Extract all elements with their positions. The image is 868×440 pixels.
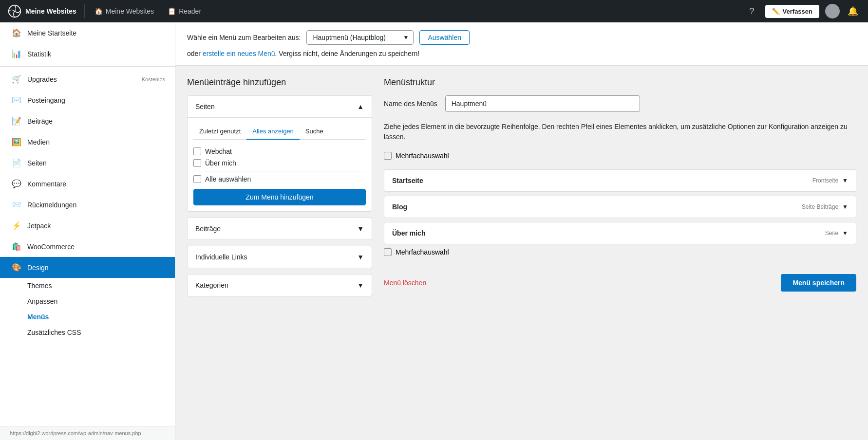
page-label-uebermich: Über mich bbox=[205, 159, 236, 167]
compose-button[interactable]: ✏️ Verfassen bbox=[765, 5, 819, 18]
accordion-beitraege-label: Beiträge bbox=[195, 225, 221, 233]
help-icon[interactable]: ? bbox=[745, 4, 759, 18]
sidebar-sub-themes[interactable]: Themes bbox=[0, 278, 175, 293]
right-section-title: Menüstruktur bbox=[384, 77, 856, 88]
right-panel: Menüstruktur Name des Menüs Ziehe jedes … bbox=[384, 77, 856, 302]
accordion-kategorien-header[interactable]: Kategorien ▼ bbox=[188, 275, 372, 296]
sidebar-item-medien[interactable]: 🖼️ Medien bbox=[0, 131, 175, 152]
jetpack-icon: ⚡ bbox=[12, 221, 21, 230]
sidebar-item-upgrades[interactable]: 🛒 Upgrades Kostenlos bbox=[0, 69, 175, 90]
add-to-menu-button[interactable]: Zum Menü hinzufügen bbox=[193, 189, 366, 205]
accordion-seiten-header[interactable]: Seiten ▲ bbox=[188, 96, 372, 117]
sidebar-item-seiten[interactable]: 📄 Seiten bbox=[0, 152, 175, 173]
chevron-down-icon-uebermich[interactable]: ▼ bbox=[842, 230, 848, 237]
page-checkbox-webchat[interactable] bbox=[193, 147, 201, 155]
left-panel: Menüeinträge hinzufügen Seiten ▲ Zuletzt… bbox=[187, 77, 372, 302]
topbar-logo[interactable]: Meine Websites bbox=[8, 4, 85, 18]
menu-bottom-row: Menü löschen Menü speichern bbox=[384, 266, 856, 292]
page-checkbox-uebermich[interactable] bbox=[193, 159, 201, 167]
chevron-down-icon-beitraege: ▼ bbox=[357, 225, 364, 233]
delete-menu-link[interactable]: Menü löschen bbox=[384, 279, 426, 287]
sidebar-footer-url: https://digbi2.wordpress.com/wp-admin/na… bbox=[0, 426, 175, 440]
menu-item-startseite-type: Frontseite bbox=[812, 177, 838, 184]
notifications-icon[interactable]: 🔔 bbox=[846, 4, 860, 18]
sidebar-item-design[interactable]: 🎨 Design bbox=[0, 257, 175, 278]
header-row1: Wähle ein Menü zum Bearbeiten aus: Haupt… bbox=[187, 30, 856, 45]
sidebar-sub-css[interactable]: Zusätzliches CSS bbox=[0, 325, 175, 340]
accordion-kategorien-label: Kategorien bbox=[195, 281, 228, 289]
select-all-label: Alle auswählen bbox=[205, 175, 251, 183]
main-content: Wähle ein Menü zum Bearbeiten aus: Haupt… bbox=[175, 22, 868, 440]
menu-item-blog: Blog Seite Beiträge ▼ bbox=[384, 196, 856, 218]
tab-zuletzt[interactable]: Zuletzt genutzt bbox=[193, 124, 246, 140]
chevron-down-icon-blog[interactable]: ▼ bbox=[842, 203, 848, 210]
pages-list: Webchat Über mich bbox=[193, 146, 366, 169]
create-new-menu-link[interactable]: erstelle ein neues Menü bbox=[203, 50, 275, 57]
tab-suche[interactable]: Suche bbox=[300, 124, 329, 140]
mehrfach-top-checkbox[interactable] bbox=[384, 152, 392, 160]
menu-item-uebermich-right: Seite ▼ bbox=[825, 230, 848, 237]
topbar-nav-reader[interactable]: 📋 Reader bbox=[162, 5, 207, 17]
sidebar-item-posteingang[interactable]: ✉️ Posteingang bbox=[0, 90, 175, 110]
header-bar: Wähle ein Menü zum Bearbeiten aus: Haupt… bbox=[175, 22, 868, 66]
page-item-uebermich: Über mich bbox=[193, 157, 366, 169]
menu-name-label: Name des Menüs bbox=[384, 100, 437, 108]
home-icon: 🏠 bbox=[12, 28, 21, 37]
stats-icon: 📊 bbox=[12, 49, 21, 58]
sidebar-item-kommentare[interactable]: 💬 Kommentare bbox=[0, 173, 175, 194]
sidebar-sub-anpassen[interactable]: Anpassen bbox=[0, 293, 175, 309]
sidebar-item-rueckmeldungen[interactable]: 📨 Rückmeldungen bbox=[0, 194, 175, 215]
topbar-right: ? ✏️ Verfassen 🔔 bbox=[745, 4, 860, 18]
menu-name-input[interactable] bbox=[445, 95, 640, 112]
sidebar-sub-menus[interactable]: Menüs bbox=[0, 309, 175, 325]
mehrfach-bottom-checkbox[interactable] bbox=[384, 248, 392, 256]
topbar-nav: 🏠 Meine Websites 📋 Reader bbox=[89, 5, 741, 17]
chevron-down-icon-kategorien: ▼ bbox=[357, 281, 364, 289]
chevron-down-icon-links: ▼ bbox=[357, 253, 364, 261]
wordpress-icon bbox=[8, 4, 21, 18]
mywebsites-icon: 🏠 bbox=[94, 7, 103, 15]
menu-item-blog-type: Seite Beiträge bbox=[802, 203, 838, 210]
topbar-nav-mywebsites[interactable]: 🏠 Meine Websites bbox=[89, 5, 160, 17]
pages-icon: 📄 bbox=[12, 158, 21, 167]
menu-select[interactable]: Hauptmenü (Hauptblog) bbox=[306, 30, 414, 45]
topbar-logo-text: Meine Websites bbox=[25, 7, 76, 15]
upgrades-badge: Kostenlos bbox=[142, 76, 165, 82]
menu-name-row: Name des Menüs bbox=[384, 95, 856, 112]
sidebar-item-beitraege[interactable]: 📝 Beiträge bbox=[0, 110, 175, 131]
select-all-row: Alle auswählen bbox=[193, 171, 366, 185]
menu-item-startseite: Startseite Frontseite ▼ bbox=[384, 169, 856, 192]
posts-icon: 📝 bbox=[12, 116, 21, 126]
sidebar-item-jetpack[interactable]: ⚡ Jetpack bbox=[0, 215, 175, 236]
page-label-webchat: Webchat bbox=[205, 147, 232, 155]
sidebar-item-startseite[interactable]: 🏠 Meine Startseite bbox=[0, 22, 175, 43]
content-area: Menüeinträge hinzufügen Seiten ▲ Zuletzt… bbox=[175, 66, 868, 314]
layout: 🏠 Meine Startseite 📊 Statistik 🛒 Upgrade… bbox=[0, 22, 868, 440]
menu-description: Ziehe jedes Element in die bevorzugte Re… bbox=[384, 122, 856, 142]
mail-icon: ✉️ bbox=[12, 95, 21, 105]
topbar: Meine Websites 🏠 Meine Websites 📋 Reader… bbox=[0, 0, 868, 22]
select-all-checkbox[interactable] bbox=[193, 175, 201, 183]
select-menu-label: Wähle ein Menü zum Bearbeiten aus: bbox=[187, 34, 301, 41]
tab-alles[interactable]: Alles anzeigen bbox=[246, 124, 300, 140]
menu-item-blog-name: Blog bbox=[392, 203, 407, 211]
accordion-seiten-label: Seiten bbox=[195, 103, 215, 110]
sidebar-item-woocommerce[interactable]: 🛍️ WooCommerce bbox=[0, 236, 175, 257]
accordion-beitraege-header[interactable]: Beiträge ▼ bbox=[188, 218, 372, 239]
feedback-icon: 📨 bbox=[12, 200, 21, 209]
sidebar-item-statistik[interactable]: 📊 Statistik bbox=[0, 43, 175, 64]
menu-item-uebermich: Über mich Seite ▼ bbox=[384, 222, 856, 244]
pages-tab-bar: Zuletzt genutzt Alles anzeigen Suche bbox=[193, 124, 366, 140]
reader-icon: 📋 bbox=[168, 7, 176, 15]
pencil-icon: ✏️ bbox=[772, 8, 780, 15]
menu-item-startseite-right: Frontseite ▼ bbox=[812, 177, 848, 184]
save-menu-button[interactable]: Menü speichern bbox=[781, 274, 856, 292]
accordion-seiten: Seiten ▲ Zuletzt genutzt Alles anzeigen … bbox=[187, 95, 372, 212]
menu-item-uebermich-type: Seite bbox=[825, 230, 838, 237]
mehrfach-bottom-label: Mehrfachauswahl bbox=[396, 248, 449, 256]
chevron-down-icon-startseite[interactable]: ▼ bbox=[842, 177, 848, 184]
avatar[interactable] bbox=[825, 4, 840, 18]
auswahlen-button[interactable]: Auswählen bbox=[419, 30, 470, 45]
chevron-up-icon: ▲ bbox=[357, 103, 364, 110]
accordion-links-header[interactable]: Individuelle Links ▼ bbox=[188, 246, 372, 268]
